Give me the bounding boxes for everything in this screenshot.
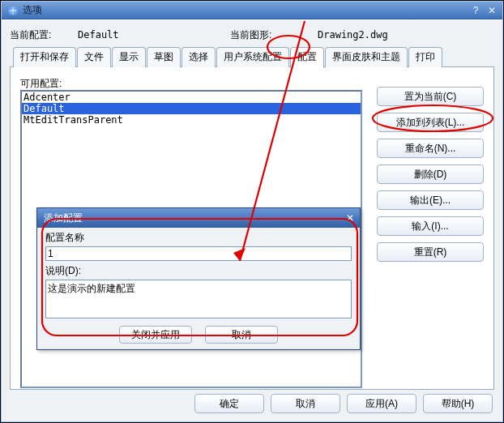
apply-button[interactable]: 应用(A) <box>347 394 416 413</box>
list-item[interactable]: Adcenter <box>22 92 361 103</box>
add-profile-dialog: 添加配置 ✕ 配置名称 说明(D): 关闭并应用 取消 <box>36 207 361 350</box>
current-drawing-label: 当前图形: <box>230 28 318 42</box>
help-button[interactable]: ? <box>468 4 483 17</box>
list-item[interactable]: Default <box>22 103 361 114</box>
current-profile-label: 当前配置: <box>10 28 78 42</box>
profile-desc-label: 说明(D): <box>45 264 352 278</box>
modal-close-button[interactable]: ✕ <box>340 208 360 228</box>
profile-desc-input[interactable] <box>45 280 352 318</box>
delete-button[interactable]: 删除(D) <box>377 164 484 184</box>
tab-0[interactable]: 打开和保存 <box>13 47 76 67</box>
tab-4[interactable]: 选择 <box>182 47 216 67</box>
list-item[interactable]: MtEditTransParent <box>22 114 361 126</box>
import-button[interactable]: 输入(I)... <box>377 216 484 236</box>
modal-title: 添加配置 <box>44 212 83 225</box>
profile-name-input[interactable] <box>45 246 352 261</box>
help-button-footer[interactable]: 帮助(H) <box>423 394 493 413</box>
tab-2[interactable]: 显示 <box>112 47 146 67</box>
window-title: 选项 <box>23 3 468 17</box>
set-current-button[interactable]: 置为当前(C) <box>377 87 484 106</box>
tabstrip: 打开和保存文件显示草图选择用户系统配置配置界面皮肤和主题打印 <box>10 46 494 67</box>
current-profile-value: Default <box>78 29 230 41</box>
export-button[interactable]: 输出(E)... <box>377 190 484 210</box>
modal-titlebar[interactable]: 添加配置 ✕ <box>37 208 360 228</box>
titlebar[interactable]: 选项 ? ✕ <box>2 2 502 19</box>
reset-button[interactable]: 重置(R) <box>377 242 484 262</box>
tab-5[interactable]: 用户系统配置 <box>216 47 289 67</box>
tab-8[interactable]: 打印 <box>408 47 442 67</box>
ok-button[interactable]: 确定 <box>194 394 264 413</box>
profile-name-label: 配置名称 <box>45 231 352 245</box>
close-apply-button[interactable]: 关闭并应用 <box>119 326 192 344</box>
add-to-list-button[interactable]: 添加到列表(L)... <box>377 113 484 132</box>
close-button[interactable]: ✕ <box>485 4 499 17</box>
app-icon <box>6 4 19 17</box>
modal-cancel-button[interactable]: 取消 <box>205 326 278 344</box>
current-drawing-value: Drawing2.dwg <box>318 29 388 41</box>
tab-3[interactable]: 草图 <box>147 47 181 67</box>
cancel-button[interactable]: 取消 <box>271 394 340 413</box>
tab-6[interactable]: 配置 <box>290 47 324 68</box>
tab-1[interactable]: 文件 <box>77 47 111 67</box>
rename-button[interactable]: 重命名(N)... <box>377 139 484 158</box>
tab-7[interactable]: 界面皮肤和主题 <box>325 47 408 67</box>
